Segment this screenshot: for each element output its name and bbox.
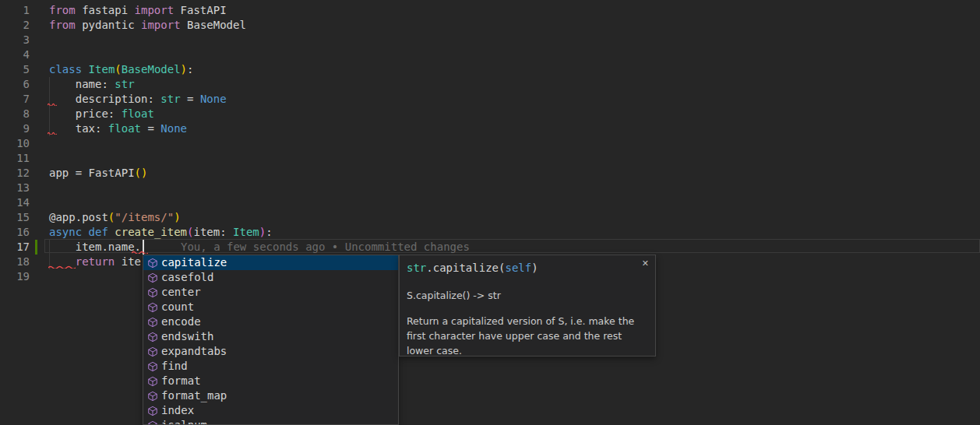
code-line[interactable]: 7 description: str = None [0, 92, 980, 107]
suggest-item-center[interactable]: center [143, 285, 398, 300]
line-number: 7 [0, 92, 30, 107]
code-line[interactable]: 5class Item(BaseModel): [0, 62, 980, 77]
suggest-item-format_map[interactable]: format_map [143, 388, 398, 403]
method-icon [146, 286, 159, 299]
code-line[interactable]: 11 [0, 151, 980, 166]
code-token: ite [115, 255, 141, 268]
suggest-item-capitalize[interactable]: capitalize [143, 255, 398, 270]
code-token: fastapi [76, 4, 135, 16]
git-blame-annotation: You, a few seconds ago • Uncommitted cha… [181, 240, 470, 255]
line-number: 3 [0, 33, 30, 47]
code-token: @app.post [49, 211, 108, 223]
method-icon [146, 360, 159, 373]
suggest-item-label: endswith [161, 329, 213, 344]
code-line[interactable]: 6 name: str [0, 77, 980, 92]
suggest-item-label: capitalize [161, 255, 227, 270]
signature-param: self [505, 262, 531, 274]
suggest-item-casefold[interactable]: casefold [143, 270, 398, 285]
editor-pane[interactable]: 1from fastapi import FastAPI2from pydant… [0, 0, 980, 425]
method-icon [146, 346, 159, 358]
code-line[interactable]: 15@app.post("/items/") [0, 210, 980, 225]
suggest-item-label: format_map [161, 388, 227, 403]
code-token: : [266, 226, 272, 238]
code-token: float [122, 107, 154, 120]
code-token: = [181, 93, 200, 105]
code-line[interactable]: 13 [0, 181, 980, 195]
code-token: return [76, 255, 115, 268]
suggest-item-index[interactable]: index [143, 403, 398, 418]
code-lines: 1from fastapi import FastAPI2from pydant… [0, 3, 980, 284]
error-squiggle [48, 103, 57, 106]
suggest-item-format[interactable]: format [143, 374, 398, 388]
code-token: = [141, 122, 160, 135]
suggest-item-isalnum[interactable]: isalnum [143, 418, 398, 425]
suggest-item-label: format [161, 374, 201, 388]
code-text: item.name. [49, 241, 141, 253]
code-token: def [89, 226, 108, 238]
code-token: import [141, 19, 181, 31]
suggest-item-label: center [161, 285, 201, 300]
suggest-item-label: index [161, 403, 194, 418]
code-token: from [49, 19, 76, 31]
code-token: item: [193, 226, 233, 238]
code-line[interactable]: 16async def create_item(item: Item): [0, 225, 980, 240]
method-icon [146, 301, 159, 314]
line-number: 2 [0, 18, 30, 33]
code-text: app = FastAPI() [49, 167, 147, 179]
close-icon[interactable]: ✕ [642, 259, 649, 268]
code-line[interactable]: 8 price: float [0, 107, 980, 121]
code-token: None [200, 93, 227, 105]
code-token [82, 226, 88, 238]
code-token: async [49, 226, 82, 238]
autocomplete-dropdown[interactable]: capitalizecasefoldcentercountencodeendsw… [143, 255, 399, 425]
code-text: from pydantic import BaseModel [49, 19, 246, 31]
code-token: from [49, 4, 76, 16]
code-text: price: float [49, 107, 154, 120]
line-number: 17 [0, 240, 30, 255]
method-signature: str.capitalize(self) [407, 261, 648, 276]
code-line[interactable]: 10 [0, 136, 980, 151]
code-token: str [115, 78, 134, 90]
code-token [82, 63, 88, 76]
code-token: Item [233, 226, 259, 238]
code-token: None [160, 122, 187, 135]
method-icon [146, 316, 159, 328]
code-line[interactable]: 14 [0, 195, 980, 210]
code-token: tax: [49, 122, 108, 135]
method-icon [146, 375, 159, 388]
code-token: ( [115, 63, 121, 76]
suggest-item-label: expandtabs [161, 344, 227, 359]
suggest-item-label: isalnum [161, 418, 207, 425]
method-icon [146, 405, 159, 417]
code-line[interactable]: 12app = FastAPI() [0, 166, 980, 181]
code-text: class Item(BaseModel): [49, 63, 193, 76]
line-number: 1 [0, 3, 30, 18]
suggest-item-encode[interactable]: encode [143, 314, 398, 329]
code-token: item.name. [49, 241, 141, 253]
code-token: description: [49, 93, 160, 105]
method-icon [146, 420, 159, 425]
docs-description: Return a capitalized version of S, i.e. … [407, 314, 648, 358]
code-line[interactable]: 3 [0, 33, 980, 47]
suggest-item-find[interactable]: find [143, 359, 398, 374]
code-text: from fastapi import FastAPI [49, 4, 227, 16]
line-number: 10 [0, 136, 30, 151]
suggest-item-endswith[interactable]: endswith [143, 329, 398, 344]
code-line[interactable]: 4 [0, 47, 980, 62]
line-number: 16 [0, 225, 30, 240]
code-line[interactable]: 2from pydantic import BaseModel [0, 18, 980, 33]
code-token: FastAPI [174, 4, 226, 16]
code-text: @app.post("/items/") [49, 211, 181, 223]
code-line[interactable]: 9 tax: float = None [0, 121, 980, 136]
error-squiggle [48, 265, 76, 269]
code-token: "/items/" [115, 211, 174, 223]
signature-type: str [407, 262, 426, 274]
error-squiggle [48, 132, 57, 135]
line-number: 12 [0, 166, 30, 181]
suggest-item-count[interactable]: count [143, 300, 398, 314]
method-icon [146, 331, 159, 343]
code-token: import [135, 4, 174, 16]
code-line[interactable]: 1from fastapi import FastAPI [0, 3, 980, 18]
error-squiggle [132, 251, 148, 254]
suggest-item-expandtabs[interactable]: expandtabs [143, 344, 398, 359]
